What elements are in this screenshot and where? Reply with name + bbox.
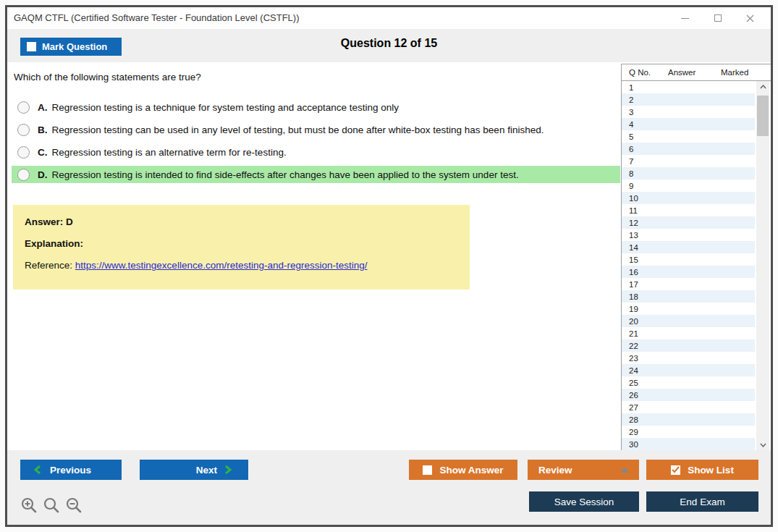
option-a[interactable]: A.Regression testing is a technique for … — [12, 98, 620, 116]
question-list-scrollbar[interactable] — [756, 81, 769, 451]
question-list-row[interactable]: 10 — [622, 192, 755, 204]
header-bar: Mark Question Question 12 of 15 — [7, 29, 771, 62]
row-qno: 8 — [622, 169, 661, 178]
option-c[interactable]: C.Regression testing is an alternative t… — [12, 143, 620, 161]
question-list-row[interactable]: 18 — [622, 290, 755, 303]
option-d[interactable]: D.Regression testing is intended to find… — [12, 166, 620, 183]
show-answer-checkbox[interactable] — [423, 465, 432, 475]
row-qno: 21 — [622, 329, 661, 338]
question-list-row[interactable]: 5 — [622, 130, 755, 143]
radio-icon[interactable] — [17, 124, 30, 136]
question-list-row[interactable]: 21 — [622, 327, 755, 339]
option-text: Regression testing is intended to find s… — [52, 169, 519, 180]
question-list-row[interactable]: 13 — [622, 229, 755, 241]
option-letter: D. — [38, 169, 48, 180]
question-list-row[interactable]: 22 — [622, 339, 755, 352]
radio-icon[interactable] — [17, 169, 30, 181]
question-list-row[interactable]: 12 — [622, 216, 755, 229]
row-qno: 4 — [622, 120, 661, 129]
next-button[interactable]: Next — [140, 460, 248, 480]
row-qno: 16 — [622, 268, 661, 276]
question-list-row[interactable]: 26 — [622, 389, 755, 401]
zoom-controls — [20, 497, 83, 514]
scroll-up-icon[interactable] — [756, 81, 769, 93]
reference-link[interactable]: https://www.testingexcellence.com/retest… — [75, 260, 368, 271]
question-list-row[interactable]: 4 — [622, 118, 755, 130]
minimize-icon[interactable] — [669, 7, 701, 29]
question-list-row[interactable]: 24 — [622, 364, 755, 376]
review-button[interactable]: Review — [528, 460, 639, 480]
question-list-row[interactable]: 30 — [622, 438, 755, 450]
row-qno: 2 — [622, 96, 661, 104]
scrollbar-thumb[interactable] — [757, 96, 769, 136]
row-qno: 15 — [622, 256, 661, 264]
row-qno: 28 — [622, 415, 661, 424]
row-qno: 29 — [622, 428, 661, 436]
question-list-row[interactable]: 29 — [622, 426, 755, 438]
prev-chevron-icon — [33, 465, 41, 475]
question-list-row[interactable]: 14 — [622, 241, 755, 253]
previous-button[interactable]: Previous — [20, 460, 122, 480]
column-marked: Marked — [721, 68, 748, 77]
save-session-button[interactable]: Save Session — [529, 491, 639, 512]
question-list-row[interactable]: 7 — [622, 155, 755, 167]
reference-line: Reference: https://www.testingexcellence… — [25, 260, 458, 271]
desktop-background: GAQM CTFL (Certified Software Tester - F… — [0, 0, 778, 532]
review-label: Review — [538, 465, 572, 476]
show-list-checkbox[interactable] — [671, 465, 680, 475]
zoom-reset-icon[interactable] — [43, 497, 60, 514]
footer-bar: Previous Next Show Answer Review Show Li… — [7, 450, 771, 525]
column-qno: Q No. — [629, 68, 651, 77]
question-list-row[interactable]: 20 — [622, 315, 755, 327]
row-qno: 27 — [622, 403, 661, 412]
question-list-row[interactable]: 23 — [622, 352, 755, 364]
row-qno: 3 — [622, 108, 661, 117]
end-exam-button[interactable]: End Exam — [646, 491, 758, 512]
row-qno: 7 — [622, 157, 661, 166]
option-text: Regression testing is a technique for sy… — [52, 102, 399, 113]
explanation-label: Explanation: — [25, 238, 458, 249]
row-qno: 13 — [622, 231, 661, 240]
scroll-down-icon[interactable] — [756, 439, 769, 451]
radio-icon[interactable] — [17, 146, 30, 159]
zoom-out-icon[interactable] — [65, 497, 83, 514]
row-qno: 1 — [622, 83, 661, 92]
question-list-row[interactable]: 1 — [622, 81, 755, 93]
question-list-row[interactable]: 8 — [622, 167, 755, 180]
question-list-body: 1234567891011121314151617181920212223242… — [622, 81, 755, 450]
close-icon[interactable] — [734, 7, 766, 29]
window-title: GAQM CTFL (Certified Software Tester - F… — [14, 12, 299, 23]
question-list-row[interactable]: 6 — [622, 143, 755, 155]
row-qno: 18 — [622, 292, 661, 301]
question-list-row[interactable]: 11 — [622, 204, 755, 216]
question-list-row[interactable]: 15 — [622, 253, 755, 266]
question-list-row[interactable]: 25 — [622, 376, 755, 389]
question-list-header: Q No. Answer Marked — [622, 64, 771, 81]
save-session-label: Save Session — [554, 497, 614, 507]
maximize-icon[interactable] — [701, 7, 734, 29]
question-list-row[interactable]: 9 — [622, 180, 755, 192]
app-window: GAQM CTFL (Certified Software Tester - F… — [5, 5, 773, 527]
option-b[interactable]: B.Regression testing can be used in any … — [12, 121, 620, 138]
question-list-row[interactable]: 2 — [622, 93, 755, 106]
question-list-row[interactable]: 27 — [622, 401, 755, 413]
question-list-panel: Q No. Answer Marked 12345678910111213141… — [621, 64, 771, 450]
window-controls — [669, 7, 766, 29]
zoom-in-icon[interactable] — [20, 497, 38, 514]
option-text: Regression testing can be used in any le… — [52, 124, 544, 135]
show-list-button[interactable]: Show List — [646, 460, 758, 480]
question-list-row[interactable]: 19 — [622, 303, 755, 315]
radio-icon[interactable] — [17, 101, 30, 114]
row-qno: 30 — [622, 440, 661, 449]
question-list-row[interactable]: 3 — [622, 106, 755, 118]
option-text: Regression testing is an alternative ter… — [52, 147, 287, 158]
question-list-row[interactable]: 28 — [622, 413, 755, 426]
next-label: Next — [196, 465, 217, 476]
question-list-row[interactable]: 16 — [622, 266, 755, 278]
row-qno: 23 — [622, 354, 661, 363]
row-qno: 9 — [622, 182, 661, 190]
question-list-row[interactable]: 17 — [622, 278, 755, 290]
row-qno: 19 — [622, 305, 661, 313]
answer-value: Answer: D — [25, 216, 458, 227]
show-answer-button[interactable]: Show Answer — [409, 460, 517, 480]
